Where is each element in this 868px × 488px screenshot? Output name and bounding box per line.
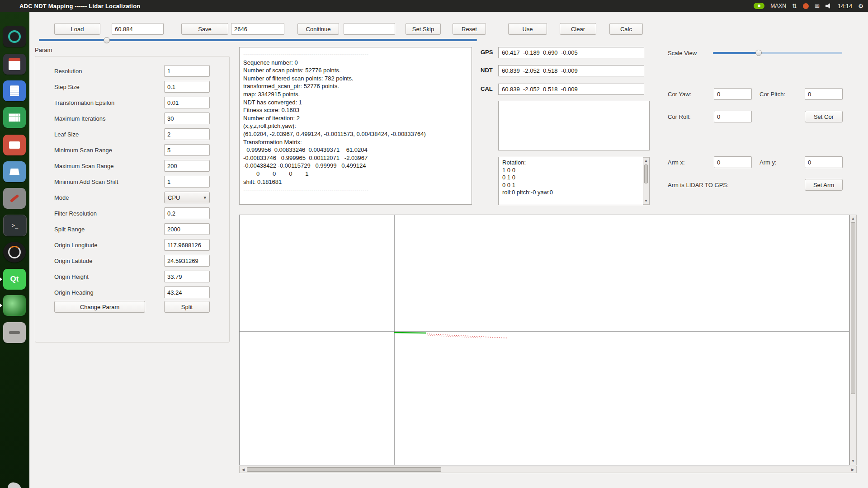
param-row: Minimum Scan Range [54, 144, 210, 156]
param-rows: Resolution Step Size Transformation Epsi… [54, 65, 210, 298]
calc-button[interactable]: Calc [609, 23, 643, 35]
plot-vertical-scrollbar[interactable]: ▲ ▼ [849, 215, 857, 465]
running-indicator-icon [0, 277, 2, 281]
arm-x-input[interactable] [714, 156, 752, 168]
aux-display-box [498, 101, 650, 150]
dock-icon-impress[interactable] [3, 135, 26, 155]
log-line: ----------------------------------------… [243, 186, 468, 194]
clear-button[interactable]: Clear [560, 23, 596, 35]
cor-yaw-input[interactable] [714, 88, 752, 100]
mode-select[interactable]: CPU ▾ [164, 192, 210, 203]
minimum-add-scan-shift-input[interactable] [164, 176, 210, 188]
param-row: Origin Heading [54, 286, 210, 298]
nvidia-logo-icon[interactable] [754, 3, 764, 9]
use-button[interactable]: Use [508, 23, 547, 35]
log-output[interactable]: ----------------------------------------… [239, 47, 472, 205]
log-line: -0.00438422 -0.00115729 0.99999 0.499124 [243, 162, 468, 170]
log-line: 0 0 0 1 [243, 170, 468, 178]
origin-longitude-input[interactable] [164, 239, 210, 251]
volume-icon[interactable] [826, 3, 832, 9]
resolution-input[interactable] [164, 65, 210, 77]
param-label: Maximum Scan Range [54, 163, 114, 169]
scroll-down-arrow[interactable]: ▼ [850, 458, 856, 465]
cor-roll-input[interactable] [714, 111, 752, 122]
dock-icon-disks[interactable] [3, 322, 26, 343]
dock-icon-app-circle[interactable] [3, 242, 26, 263]
dock-icon-calc[interactable] [3, 107, 26, 128]
log-line: Number of iteration: 2 [243, 114, 468, 122]
status-circle-icon[interactable] [803, 3, 809, 9]
param-row: Filter Resolution [54, 207, 210, 219]
set-arm-button[interactable]: Set Arm [805, 179, 843, 191]
skip-value-input[interactable] [344, 23, 395, 35]
change-param-button[interactable]: Change Param [54, 301, 145, 313]
arm-x-label: Arm x: [668, 159, 685, 166]
playback-slider-handle[interactable] [104, 37, 110, 43]
dock-icon-tweaks[interactable] [3, 188, 26, 209]
dock-icon-running-app[interactable] [3, 295, 26, 316]
dock-icon-qt-creator[interactable]: Qt [3, 269, 26, 290]
log-line: (61.0204, -2.03967, 0.499124, -0.0011573… [243, 130, 468, 138]
scroll-left-arrow[interactable]: ◀ [241, 466, 246, 473]
leaf-size-input[interactable] [164, 128, 210, 140]
cal-label: CAL [481, 85, 497, 92]
rotation-scrollbar[interactable]: ▲ ▼ [643, 157, 649, 205]
session-gear-icon[interactable]: ⚙ [858, 3, 863, 9]
param-row: Maximum Iterations [54, 113, 210, 124]
dock-icon-writer[interactable] [3, 80, 26, 101]
reset-button[interactable]: Reset [453, 23, 486, 35]
continue-button[interactable]: Conitinue [297, 23, 339, 35]
scale-slider-track[interactable] [759, 52, 842, 54]
ndt-value-field[interactable]: 60.839 -2.052 0.518 -0.009 [498, 65, 644, 76]
minimum-scan-range-input[interactable] [164, 144, 210, 156]
load-value-input[interactable] [112, 23, 164, 35]
map-viewport[interactable] [239, 215, 849, 465]
filter-resolution-input[interactable] [164, 207, 210, 219]
origin-heading-input[interactable] [164, 286, 210, 298]
transformation-epsilon-input[interactable] [164, 97, 210, 108]
save-button[interactable]: Save [181, 23, 228, 35]
dock-icon-settings[interactable] [3, 26, 26, 47]
cor-pitch-input[interactable] [805, 88, 843, 100]
scroll-down-arrow[interactable]: ▼ [643, 198, 649, 204]
scale-slider-handle[interactable] [755, 50, 762, 56]
param-label: Origin Longitude [54, 242, 97, 249]
step-size-input[interactable] [164, 81, 210, 93]
origin-latitude-input[interactable] [164, 255, 210, 267]
scroll-right-arrow[interactable]: ▶ [850, 466, 855, 473]
scroll-up-arrow[interactable]: ▲ [850, 216, 856, 222]
param-label: Split Range [54, 226, 85, 233]
network-updown-icon[interactable]: ⇅ [792, 3, 797, 9]
dock-icon-files[interactable] [3, 54, 26, 75]
plot-horizontal-scrollbar[interactable]: ◀ ▶ [239, 466, 857, 473]
scrollbar-thumb[interactable] [247, 467, 441, 472]
dock-icon-software[interactable] [3, 161, 26, 182]
dock-icon-trash[interactable] [3, 479, 26, 488]
spreadsheet-icon [9, 113, 20, 122]
rotation-display[interactable]: Rotation: 1 0 0 0 1 0 0 0 1 roll:0 pitch… [498, 157, 650, 205]
save-value-input[interactable] [231, 23, 284, 35]
gps-value-field[interactable]: 60.417 -0.189 0.690 -0.005 [498, 47, 644, 58]
load-button[interactable]: Load [54, 23, 100, 35]
rotation-line: roll:0 pitch:-0 yaw:0 [502, 189, 646, 197]
scale-slider-track-filled[interactable] [713, 52, 759, 54]
set-skip-button[interactable]: Set Skip [406, 23, 441, 35]
scroll-up-arrow[interactable]: ▲ [643, 158, 649, 164]
split-range-input[interactable] [164, 223, 210, 235]
set-cor-button[interactable]: Set Cor [805, 111, 843, 122]
arm-y-input[interactable] [805, 156, 843, 168]
log-line: transformed_scan_ptr: 52776 points. [243, 82, 468, 90]
maximum-iterations-input[interactable] [164, 113, 210, 124]
origin-height-input[interactable] [164, 271, 210, 282]
param-label: Origin Latitude [54, 258, 93, 264]
maximum-scan-range-input[interactable] [164, 160, 210, 172]
mail-icon[interactable]: ✉ [815, 3, 820, 9]
cal-value-field[interactable]: 60.839 -2.052 0.518 -0.009 [498, 84, 644, 95]
scrollbar-thumb[interactable] [644, 164, 648, 183]
dock-icon-terminal[interactable]: >_ [3, 215, 27, 236]
wrench-icon [10, 194, 19, 203]
scrollbar-thumb[interactable] [851, 222, 855, 394]
top-panel: ADC NDT Mapping ------ Lidar Localizatio… [0, 0, 868, 12]
param-row: Mode CPU ▾ [54, 192, 210, 203]
split-button[interactable]: Split [164, 301, 210, 313]
